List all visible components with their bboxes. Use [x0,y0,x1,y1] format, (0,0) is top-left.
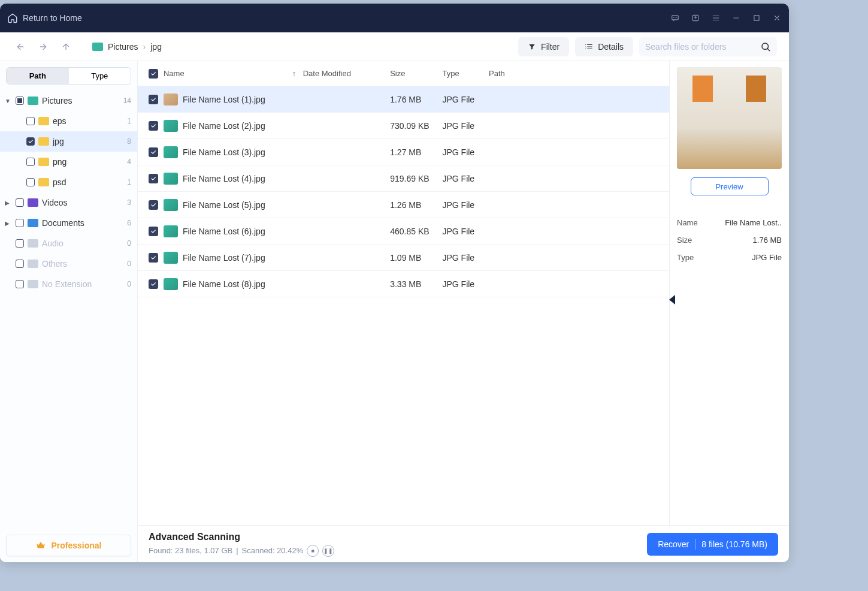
header-size[interactable]: Size [390,69,442,78]
tree-checkbox[interactable] [26,158,35,166]
header-date[interactable]: Date Modified [303,69,390,78]
titlebar: Return to Home [0,4,789,32]
table-row[interactable]: File Name Lost (4).jpg919.69 KBJPG File [138,165,669,192]
sidebar: Path Type ▼Pictures14eps1jpg8png4psd1▶Vi… [0,61,138,562]
row-checkbox[interactable] [149,200,158,210]
row-checkbox[interactable] [149,253,158,263]
preview-button[interactable]: Preview [691,177,769,195]
maximize-icon[interactable] [752,13,761,23]
stop-scan-button[interactable]: ■ [307,545,319,557]
tree-label: Pictures [42,96,120,105]
search-box[interactable] [639,37,777,56]
row-checkbox[interactable] [149,147,158,157]
row-checkbox[interactable] [149,95,158,104]
tree-checkbox[interactable] [16,219,24,227]
tree-label: Videos [42,198,123,207]
sidebar-item-documents[interactable]: ▶Documents6 [0,213,137,233]
tree-count: 14 [123,97,131,105]
tab-path[interactable]: Path [7,68,69,84]
tree-count: 0 [127,260,131,268]
toolbar: Pictures › jpg Filter Details [0,32,789,61]
search-icon [760,41,771,52]
close-icon[interactable] [772,13,782,23]
pause-scan-button[interactable]: ❚❚ [322,545,334,557]
sidebar-item-png[interactable]: png4 [0,152,137,172]
folder-icon [38,117,49,125]
preview-size-value: 1.76 MB [753,236,782,245]
breadcrumb-current[interactable]: jpg [150,42,162,52]
table-row[interactable]: File Name Lost (5).jpg1.26 MBJPG File [138,192,669,218]
collapse-preview-icon[interactable] [669,295,675,304]
sidebar-item-pictures[interactable]: ▼Pictures14 [0,91,137,111]
filter-button[interactable]: Filter [518,37,569,56]
table-row[interactable]: File Name Lost (7).jpg1.09 MBJPG File [138,245,669,271]
file-size: 1.27 MB [390,147,442,157]
scan-found-text: Found: 23 files, 1.07 GB [149,546,232,555]
tab-type[interactable]: Type [69,68,131,84]
preview-thumbnail [677,67,782,169]
table-row[interactable]: File Name Lost (2).jpg730.09 KBJPG File [138,113,669,139]
sidebar-item-audio[interactable]: Audio0 [0,233,137,254]
tree-count: 3 [127,198,131,207]
row-checkbox[interactable] [149,174,158,183]
row-checkbox[interactable] [149,227,158,236]
file-type: JPG File [442,174,489,183]
file-name: File Name Lost (3).jpg [183,147,265,157]
recover-count: 8 files (10.76 MB) [701,539,767,549]
return-home-button[interactable]: Return to Home [7,13,82,23]
sidebar-tab-switch: Path Type [6,67,131,85]
minimize-icon[interactable] [731,13,741,23]
breadcrumb-root[interactable]: Pictures [108,42,138,52]
professional-button[interactable]: Professional [6,535,131,556]
list-icon [585,43,593,51]
tree-checkbox[interactable] [26,117,35,125]
row-checkbox[interactable] [149,121,158,131]
nav-back-button[interactable] [12,38,29,55]
professional-label: Professional [51,541,101,550]
header-type[interactable]: Type [442,69,489,78]
header-path[interactable]: Path [489,69,663,78]
sidebar-item-others[interactable]: Others0 [0,254,137,274]
recover-button[interactable]: Recover 8 files (10.76 MB) [647,533,778,556]
table-row[interactable]: File Name Lost (8).jpg3.33 MBJPG File [138,271,669,297]
tree-checkbox[interactable] [16,280,24,288]
search-input[interactable] [645,42,760,52]
nav-up-button[interactable] [58,38,74,55]
details-button[interactable]: Details [575,37,633,56]
file-name: File Name Lost (1).jpg [183,95,265,104]
sidebar-tree: ▼Pictures14eps1jpg8png4psd1▶Videos3▶Docu… [0,87,137,529]
table-row[interactable]: File Name Lost (3).jpg1.27 MBJPG File [138,139,669,165]
sidebar-item-eps[interactable]: eps1 [0,111,137,131]
sidebar-item-jpg[interactable]: jpg8 [0,131,137,152]
tree-label: Documents [42,218,123,228]
update-icon[interactable] [691,13,700,23]
image-file-icon [164,225,178,237]
nav-forward-button[interactable] [35,38,52,55]
sort-arrow-icon[interactable]: ↑ [292,70,296,78]
recover-label: Recover [658,539,689,549]
tree-checkbox[interactable] [26,178,35,186]
tree-count: 0 [127,239,131,248]
feedback-icon[interactable] [670,13,680,23]
breadcrumb: Pictures › jpg [92,42,162,52]
file-size: 919.69 KB [390,174,442,183]
sidebar-item-psd[interactable]: psd1 [0,172,137,192]
table-row[interactable]: File Name Lost (1).jpg1.76 MBJPG File [138,86,669,113]
file-type: JPG File [442,121,489,131]
sidebar-item-videos[interactable]: ▶Videos3 [0,192,137,213]
table-row[interactable]: File Name Lost (6).jpg460.85 KBJPG File [138,218,669,245]
file-size: 730.09 KB [390,121,442,131]
tree-count: 1 [127,117,131,125]
sidebar-item-no-extension[interactable]: No Extension0 [0,274,137,294]
tree-checkbox[interactable] [26,137,35,146]
tree-checkbox[interactable] [16,198,24,207]
select-all-checkbox[interactable] [149,69,158,79]
row-checkbox[interactable] [149,279,158,289]
folder-icon [28,198,38,207]
tree-checkbox[interactable] [16,260,24,268]
tree-count: 0 [127,280,131,288]
tree-checkbox[interactable] [16,239,24,248]
menu-icon[interactable] [711,13,721,23]
header-name[interactable]: Name [164,69,185,78]
tree-checkbox[interactable] [16,97,24,105]
